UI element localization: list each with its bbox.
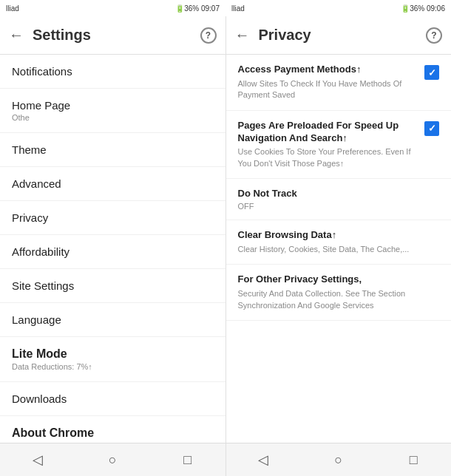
settings-item-title-affordability: Affordability — [12, 245, 214, 258]
privacy-item-title-other-privacy: For Other Privacy Settings, — [238, 273, 440, 286]
privacy-item-title-do-not-track: Do Not Track — [238, 188, 440, 200]
privacy-item-other-privacy[interactable]: For Other Privacy Settings, Security And… — [226, 265, 452, 321]
right-back-nav-button[interactable]: ◁ — [248, 445, 278, 475]
right-home-nav-button[interactable]: ○ — [324, 445, 353, 475]
settings-title: Settings — [33, 27, 200, 44]
privacy-panel: ← Privacy ? Access Payment Methods↑ Allo… — [226, 16, 452, 443]
privacy-item-title-preload-pages: Pages Are Preloaded For Speed Up Navigat… — [238, 120, 419, 145]
privacy-item-do-not-track[interactable]: Do Not Track OFF — [226, 179, 452, 220]
left-status-bar: lliad 🔋36% 09:07 — [0, 0, 226, 16]
privacy-list: Access Payment Methods↑ Allow Sites To C… — [226, 55, 452, 443]
left-home-nav-button[interactable]: ○ — [98, 445, 127, 475]
settings-item-title-notifications: Notifications — [12, 65, 214, 78]
settings-item-title-homepage: Home Page — [12, 99, 214, 112]
privacy-back-button[interactable]: ← — [235, 27, 250, 44]
privacy-item-content-do-not-track: Do Not Track OFF — [238, 188, 440, 211]
right-time: 09:06 — [427, 4, 445, 13]
settings-item-title-about-chrome: About Chrome — [12, 426, 214, 440]
right-status-right: 🔋36% 09:06 — [401, 4, 445, 13]
settings-item-title-language: Language — [12, 313, 214, 326]
privacy-item-subtitle-clear-browsing: Clear History, Cookies, Site Data, The C… — [238, 244, 440, 255]
privacy-item-payment-methods[interactable]: Access Payment Methods↑ Allow Sites To C… — [226, 55, 452, 111]
settings-list: Notifications Home Page Othe Theme Advan… — [0, 55, 226, 443]
privacy-item-preload-pages[interactable]: Pages Are Preloaded For Speed Up Navigat… — [226, 111, 452, 180]
privacy-item-value-do-not-track: OFF — [238, 202, 440, 211]
settings-item-title-site-settings: Site Settings — [12, 279, 214, 292]
left-status-right: 🔋36% 09:07 — [175, 4, 220, 13]
privacy-item-title-payment-methods: Access Payment Methods↑ — [238, 64, 419, 76]
settings-item-site-settings[interactable]: Site Settings — [0, 269, 226, 303]
privacy-item-clear-browsing[interactable]: Clear Browsing Data↑ Clear History, Cook… — [226, 220, 452, 265]
privacy-item-content-payment-methods: Access Payment Methods↑ Allow Sites To C… — [238, 64, 419, 101]
left-time: 09:07 — [201, 4, 220, 13]
privacy-help-button[interactable]: ? — [426, 27, 442, 44]
settings-item-advanced[interactable]: Advanced — [0, 167, 226, 201]
settings-item-notifications[interactable]: Notifications — [0, 55, 226, 89]
settings-item-downloads[interactable]: Downloads — [0, 382, 226, 416]
privacy-item-content-preload-pages: Pages Are Preloaded For Speed Up Navigat… — [238, 120, 419, 170]
right-recent-nav-button[interactable]: □ — [399, 445, 428, 475]
checkbox-payment-methods[interactable] — [424, 65, 439, 80]
settings-item-language[interactable]: Language — [0, 303, 226, 337]
settings-item-title-theme: Theme — [12, 143, 214, 156]
settings-item-title-downloads: Downloads — [12, 392, 214, 405]
right-status-bar: lliad 🔋36% 09:06 — [226, 0, 451, 16]
settings-item-lite-mode[interactable]: Lite Mode Data Reductions: 7%↑ — [0, 337, 226, 382]
right-carrier: lliad — [231, 4, 245, 13]
settings-toolbar: ← Settings ? — [0, 16, 226, 55]
settings-item-title-privacy: Privacy — [12, 211, 214, 224]
right-nav-bar: ◁ ○ □ — [226, 443, 452, 476]
settings-item-theme[interactable]: Theme — [0, 133, 226, 167]
privacy-title: Privacy — [259, 27, 427, 44]
privacy-item-subtitle-preload-pages: Use Cookies To Store Your Preferences. E… — [238, 146, 419, 169]
left-recent-nav-button[interactable]: □ — [173, 445, 203, 475]
left-back-nav-button[interactable]: ◁ — [23, 445, 52, 475]
settings-help-button[interactable]: ? — [200, 27, 217, 44]
privacy-item-subtitle-payment-methods: Allow Sites To Check If You Have Methods… — [238, 78, 419, 101]
privacy-item-content-clear-browsing: Clear Browsing Data↑ Clear History, Cook… — [238, 229, 440, 255]
settings-item-title-advanced: Advanced — [12, 177, 214, 190]
privacy-item-subtitle-other-privacy: Security And Data Collection. See The Se… — [238, 288, 440, 311]
settings-item-privacy[interactable]: Privacy — [0, 201, 226, 235]
left-carrier: lliad — [6, 4, 19, 13]
privacy-item-content-other-privacy: For Other Privacy Settings, Security And… — [238, 273, 440, 311]
settings-item-subtitle-lite-mode: Data Reductions: 7%↑ — [12, 362, 214, 371]
left-nav-bar: ◁ ○ □ — [0, 443, 226, 476]
privacy-item-title-clear-browsing: Clear Browsing Data↑ — [238, 229, 440, 242]
settings-item-title-lite-mode: Lite Mode — [12, 347, 214, 361]
settings-item-subtitle-homepage: Othe — [12, 113, 214, 122]
checkbox-preload-pages[interactable] — [424, 121, 439, 136]
settings-panel: ← Settings ? Notifications Home Page Oth… — [0, 16, 226, 443]
settings-item-about-chrome[interactable]: About Chrome — [0, 416, 226, 443]
right-battery: 🔋36% — [401, 4, 424, 13]
settings-back-button[interactable]: ← — [9, 27, 24, 44]
privacy-toolbar: ← Privacy ? — [226, 16, 452, 55]
left-battery: 🔋36% — [175, 4, 199, 13]
settings-item-affordability[interactable]: Affordability — [0, 235, 226, 269]
settings-item-homepage[interactable]: Home Page Othe — [0, 89, 226, 133]
